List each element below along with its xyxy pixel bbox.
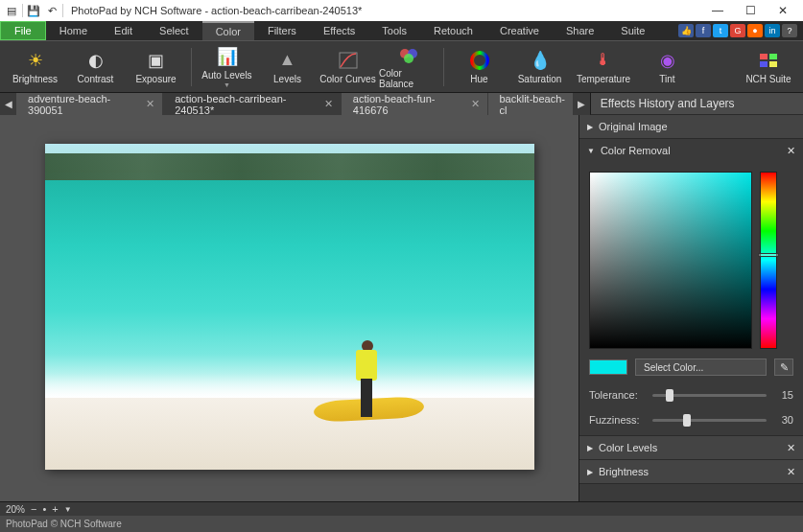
curves-icon [337, 50, 360, 71]
twitter-icon[interactable]: t [713, 24, 728, 37]
close-section-icon[interactable]: ✕ [787, 145, 795, 157]
section-color-removal[interactable]: ▼ Color Removal ✕ [579, 139, 803, 162]
menu-retouch[interactable]: Retouch [420, 21, 486, 40]
menu-creative[interactable]: Creative [486, 21, 553, 40]
color-curves-button[interactable]: Color Curves [319, 43, 377, 91]
menu-effects[interactable]: Effects [310, 21, 368, 40]
ribbon-toolbar: ☀ Brightness ◐ Contrast ▣ Exposure 📊 Aut… [0, 40, 803, 93]
tab-scroll-right[interactable]: ▶ [574, 93, 590, 115]
nch-suite-button[interactable]: NCH Suite [740, 43, 797, 91]
zoom-level: 20% [6, 504, 25, 515]
share-icon[interactable]: ● [747, 24, 763, 37]
balance-icon [397, 44, 420, 65]
side-panel: ▶ Original Image ▼ Color Removal ✕ [579, 115, 803, 501]
menu-tools[interactable]: Tools [368, 21, 420, 40]
menu-edit[interactable]: Edit [101, 21, 146, 40]
zoom-in-button[interactable]: + [52, 503, 58, 515]
titlebar: ▤ 💾 ↶ PhotoPad by NCH Software - action-… [0, 0, 803, 21]
levels-icon: ▲ [276, 50, 299, 71]
tolerance-value: 15 [774, 389, 793, 401]
close-button[interactable]: ✕ [774, 2, 791, 19]
chevron-down-icon: ▼ [587, 147, 595, 155]
svg-rect-5 [760, 54, 768, 59]
menu-suite[interactable]: Suite [607, 21, 658, 40]
menubar: File Home Edit Select Color Filters Effe… [0, 21, 803, 40]
separator [443, 48, 444, 86]
svg-point-4 [472, 53, 487, 68]
window-title: PhotoPad by NCH Software - action-beach-… [71, 5, 709, 16]
zoom-out-button[interactable]: − [31, 503, 36, 515]
document-tab[interactable]: action-beach-fun-416676 ✕ [342, 93, 488, 115]
sun-icon: ☀ [24, 50, 47, 71]
minimize-button[interactable]: — [709, 2, 726, 19]
slider-thumb[interactable] [666, 389, 673, 402]
like-icon[interactable]: 👍 [678, 24, 694, 37]
fuzziness-value: 30 [774, 414, 793, 426]
close-tab-icon[interactable]: ✕ [324, 98, 333, 110]
section-brightness[interactable]: ▶ Brightness ✕ [579, 460, 803, 483]
menu-file[interactable]: File [0, 21, 46, 40]
menu-filters[interactable]: Filters [254, 21, 310, 40]
slider-thumb[interactable] [683, 414, 691, 427]
undo-icon[interactable]: ↶ [44, 3, 59, 18]
exposure-button[interactable]: ▣ Exposure [127, 43, 185, 91]
tint-icon: ◉ [656, 50, 679, 71]
status-text: PhotoPad © NCH Software [6, 519, 122, 529]
status-bar: PhotoPad © NCH Software [0, 516, 803, 532]
close-section-icon[interactable]: ✕ [787, 466, 795, 478]
svg-rect-8 [769, 61, 777, 67]
tint-button[interactable]: ◉ Tint [638, 43, 697, 91]
menu-home[interactable]: Home [46, 21, 101, 40]
chevron-right-icon: ▶ [587, 444, 593, 452]
contrast-button[interactable]: ◐ Contrast [66, 43, 125, 91]
hue-icon [468, 50, 491, 71]
close-tab-icon[interactable]: ✕ [471, 98, 480, 110]
document-tab[interactable]: action-beach-carribean-240513* ✕ [163, 93, 342, 115]
help-icon[interactable]: ? [782, 24, 797, 37]
fuzziness-slider-row: Fuzziness: 30 [589, 414, 793, 426]
close-tab-icon[interactable]: ✕ [146, 98, 154, 110]
hue-slider[interactable] [760, 172, 777, 349]
levels-button[interactable]: ▲ Levels [258, 43, 317, 91]
temperature-button[interactable]: 🌡 Temperature [571, 43, 636, 91]
side-panel-title: Effects History and Layers [590, 93, 803, 115]
google-icon[interactable]: G [730, 24, 745, 37]
auto-levels-button[interactable]: 📊 Auto Levels ▼ [198, 43, 256, 91]
chevron-right-icon: ▶ [587, 468, 593, 476]
saturation-button[interactable]: 💧 Saturation [510, 43, 569, 91]
nch-icon [757, 50, 780, 71]
canvas-area[interactable] [0, 115, 579, 501]
fuzziness-slider[interactable] [652, 419, 767, 422]
quick-access-toolbar: ▤ 💾 ↶ [4, 3, 63, 18]
qat-menu-icon[interactable]: ▤ [4, 3, 19, 18]
zoom-reset-button[interactable]: • [42, 503, 46, 515]
tab-scroll-left[interactable]: ◀ [0, 93, 16, 115]
brightness-button[interactable]: ☀ Brightness [6, 43, 64, 91]
color-balance-button[interactable]: Color Balance [379, 43, 437, 91]
select-color-button[interactable]: Select Color... [635, 359, 767, 376]
linkedin-icon[interactable]: in [765, 24, 780, 37]
tolerance-slider[interactable] [652, 394, 767, 397]
zoom-bar: 20% − • + ▼ [0, 501, 803, 516]
hue-button[interactable]: Hue [450, 43, 508, 91]
zoom-dropdown[interactable]: ▼ [64, 505, 72, 514]
eyedropper-button[interactable]: ✎ [774, 359, 793, 376]
facebook-icon[interactable]: f [696, 24, 711, 37]
maximize-button[interactable]: ☐ [742, 2, 759, 19]
close-section-icon[interactable]: ✕ [787, 442, 795, 454]
menu-color[interactable]: Color [202, 21, 254, 40]
menu-select[interactable]: Select [146, 21, 202, 40]
main-area: ▶ Original Image ▼ Color Removal ✕ [0, 115, 803, 501]
chevron-down-icon: ▼ [224, 81, 230, 88]
color-gradient-picker[interactable] [589, 172, 752, 349]
section-original-image[interactable]: ▶ Original Image [579, 115, 803, 138]
image-canvas[interactable] [45, 144, 534, 470]
menu-share[interactable]: Share [553, 21, 607, 40]
temperature-icon: 🌡 [592, 50, 615, 71]
document-tab[interactable]: backlit-beach-cl [488, 93, 574, 115]
section-color-levels[interactable]: ▶ Color Levels ✕ [579, 436, 803, 459]
document-tab[interactable]: adventure-beach-390051 ✕ [16, 93, 163, 115]
save-icon[interactable]: 💾 [26, 3, 41, 18]
chevron-right-icon: ▶ [587, 123, 593, 131]
hue-handle[interactable] [758, 253, 779, 257]
